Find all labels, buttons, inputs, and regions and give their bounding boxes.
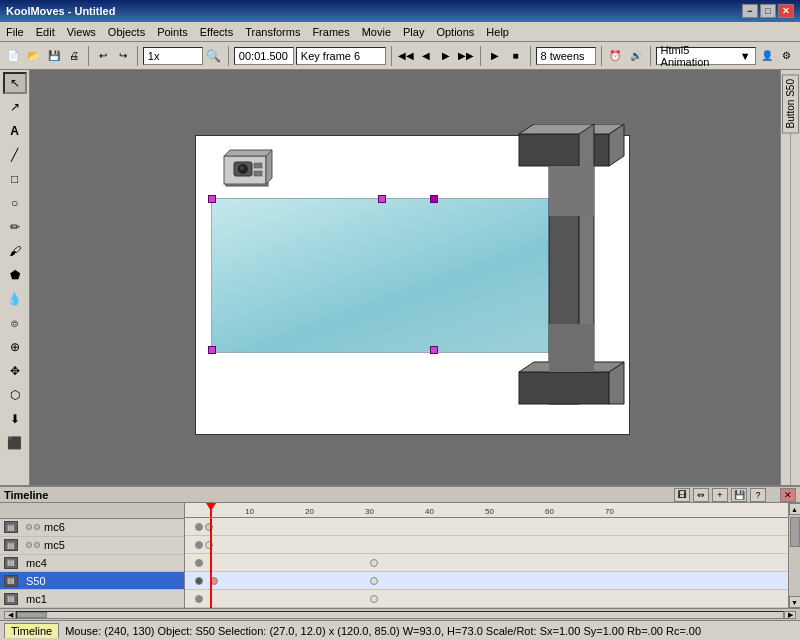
tl-save-button[interactable]: 💾: [731, 488, 747, 502]
menu-transforms[interactable]: Transforms: [239, 24, 306, 40]
tb-export-button[interactable]: 👤: [758, 45, 776, 67]
rect-tool-button[interactable]: □: [3, 168, 27, 190]
window-controls: − □ ✕: [742, 4, 794, 18]
tb-sep-2: [137, 46, 138, 66]
import-tool-button[interactable]: ⬇: [3, 408, 27, 430]
move-tool-button[interactable]: ✥: [3, 360, 27, 382]
menu-help[interactable]: Help: [480, 24, 515, 40]
menu-views[interactable]: Views: [61, 24, 102, 40]
3d-bracket-object[interactable]: [509, 124, 634, 419]
vscroll-up-button[interactable]: ▲: [789, 503, 801, 515]
line-tool-button[interactable]: ╱: [3, 144, 27, 166]
tb-next-button[interactable]: ▶: [437, 45, 455, 67]
tb-speaker-button[interactable]: 🔊: [627, 45, 645, 67]
tb-print-button[interactable]: 🖨: [65, 45, 83, 67]
mc6-kf1[interactable]: [195, 523, 203, 531]
subselect-tool-button[interactable]: ↗: [3, 96, 27, 118]
menu-effects[interactable]: Effects: [194, 24, 239, 40]
hscroll-right-button[interactable]: ▶: [784, 611, 796, 619]
menu-movie[interactable]: Movie: [356, 24, 397, 40]
hscroll-thumb[interactable]: [17, 612, 47, 618]
tb-stop-button[interactable]: ■: [507, 45, 525, 67]
zoom-display: 1x: [143, 47, 203, 65]
svg-rect-18: [549, 324, 594, 372]
track-mc1[interactable]: ▤ mc1: [0, 590, 184, 608]
menu-frames[interactable]: Frames: [306, 24, 355, 40]
tb-undo-button[interactable]: ↩: [94, 45, 112, 67]
selection-handle-tr[interactable]: [430, 195, 438, 203]
right-panel: Button S50: [780, 70, 800, 485]
magnify-tool-button[interactable]: ⊕: [3, 336, 27, 358]
canvas-area[interactable]: [30, 70, 780, 485]
timeline-mc6-row: [185, 518, 788, 536]
hscrollbar-track[interactable]: [16, 611, 784, 619]
timeline-tab[interactable]: Timeline: [4, 623, 59, 638]
tb-new-button[interactable]: 📄: [4, 45, 22, 67]
tb-zoom-in-button[interactable]: 🔍: [205, 45, 223, 67]
tb-save-button[interactable]: 💾: [44, 45, 62, 67]
pencil-tool-button[interactable]: ✏: [3, 216, 27, 238]
paint-tool-button[interactable]: 🖌: [3, 240, 27, 262]
camera-object[interactable]: [218, 146, 286, 198]
vscroll-down-button[interactable]: ▼: [789, 596, 801, 608]
mc4-kf2[interactable]: [370, 559, 378, 567]
arrow-tool-button[interactable]: ↖: [3, 72, 27, 94]
tb-play-button[interactable]: ▶: [486, 45, 504, 67]
tb-settings-button[interactable]: ⚙: [778, 45, 796, 67]
tl-film-button[interactable]: 🎞: [674, 488, 690, 502]
menu-objects[interactable]: Objects: [102, 24, 151, 40]
tb-next-frame-button[interactable]: ▶▶: [457, 45, 475, 67]
mc5-kf1[interactable]: [195, 541, 203, 549]
minimize-button[interactable]: −: [742, 4, 758, 18]
fill-tool-button[interactable]: ⬟: [3, 264, 27, 286]
export-value: Html5 Animation: [661, 44, 740, 68]
tb-open-button[interactable]: 📂: [24, 45, 42, 67]
selection-handle-tc[interactable]: [378, 195, 386, 203]
mc1-kf2[interactable]: [370, 595, 378, 603]
button-s50[interactable]: Button S50: [782, 74, 799, 133]
s50-film-icon: ▤: [4, 575, 18, 587]
menu-edit[interactable]: Edit: [30, 24, 61, 40]
eyedrop-tool-button[interactable]: 💧: [3, 288, 27, 310]
s50-kf3[interactable]: [370, 577, 378, 585]
track-s50[interactable]: ▤ S50: [0, 572, 184, 590]
menu-play[interactable]: Play: [397, 24, 430, 40]
tl-add-button[interactable]: +: [712, 488, 728, 502]
window-title: KoolMoves - Untitled: [6, 5, 115, 17]
track-mc4[interactable]: ▤ mc4: [0, 555, 184, 573]
ruler-playhead: [210, 503, 212, 518]
mc4-kf1[interactable]: [195, 559, 203, 567]
s50-kf1[interactable]: [195, 577, 203, 585]
object-tool-button[interactable]: ⬛: [3, 432, 27, 454]
tb-prev-frame-button[interactable]: ◀◀: [397, 45, 415, 67]
menu-options[interactable]: Options: [430, 24, 480, 40]
oval-tool-button[interactable]: ○: [3, 192, 27, 214]
tl-help-button[interactable]: ?: [750, 488, 766, 502]
selection-handle-tl[interactable]: [208, 195, 216, 203]
title-bar: KoolMoves - Untitled − □ ✕: [0, 0, 800, 22]
tb-prev-button[interactable]: ◀: [417, 45, 435, 67]
mc1-kf1[interactable]: [195, 595, 203, 603]
tb-redo-button[interactable]: ↪: [114, 45, 132, 67]
selection-handle-bl[interactable]: [208, 346, 216, 354]
close-button[interactable]: ✕: [778, 4, 794, 18]
tl-arrows-button[interactable]: ⇔: [693, 488, 709, 502]
lasso-tool-button[interactable]: ⌾: [3, 312, 27, 334]
track-mc5[interactable]: ▤ mc5: [0, 537, 184, 555]
menu-file[interactable]: File: [0, 24, 30, 40]
time-display: 00:01.500: [234, 47, 294, 65]
text-tool-button[interactable]: A: [3, 120, 27, 142]
tb-clock-button[interactable]: ⏰: [606, 45, 624, 67]
menu-points[interactable]: Points: [151, 24, 194, 40]
tl-close-button[interactable]: ✕: [780, 488, 796, 502]
selection-handle-br[interactable]: [430, 346, 438, 354]
hscroll-left-button[interactable]: ◀: [4, 611, 16, 619]
export-combo[interactable]: Html5 Animation ▼: [656, 47, 756, 65]
ruler-mark-10: 10: [245, 507, 254, 516]
maximize-button[interactable]: □: [760, 4, 776, 18]
timeline-vscrollbar[interactable]: ▲ ▼: [788, 503, 800, 608]
track-mc6[interactable]: ▤ mc6: [0, 519, 184, 537]
shape-tool-button[interactable]: ⬡: [3, 384, 27, 406]
vscroll-thumb[interactable]: [790, 517, 800, 547]
tb-sep-8: [650, 46, 651, 66]
